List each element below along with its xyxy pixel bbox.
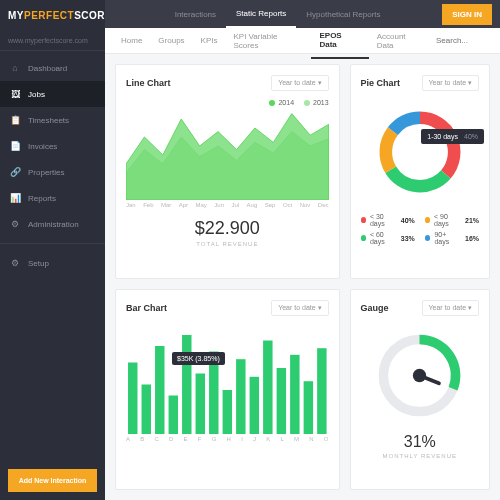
signin-button[interactable]: SIGN IN <box>442 4 492 25</box>
svg-rect-2 <box>155 346 164 434</box>
subnav: Home Groups KPIs KPI Variable Scores EPO… <box>105 28 500 54</box>
subtab-home[interactable]: Home <box>113 28 150 53</box>
svg-rect-5 <box>196 373 205 434</box>
separator <box>0 243 105 244</box>
subtab-groups[interactable]: Groups <box>150 28 192 53</box>
line-legend: 2014 2013 <box>126 99 329 106</box>
gauge-card: Gauge Year to date ▾ 31% MONTHLY REVENUE <box>350 289 490 491</box>
svg-rect-8 <box>236 359 245 434</box>
pie-chart-card: Pie Chart Year to date ▾ 1-30 days40% < … <box>350 64 490 279</box>
url-display: www.myperfectscore.com <box>0 31 105 51</box>
gauge-range-dropdown[interactable]: Year to date ▾ <box>422 300 479 316</box>
bar-chart: $35K (3.85%) <box>126 324 329 434</box>
line-x-axis: JanFebMarAprMayJunJulAugSepOctNovDec <box>126 202 329 208</box>
document-icon: 📄 <box>10 141 20 151</box>
pie-range-dropdown[interactable]: Year to date ▾ <box>422 75 479 91</box>
svg-rect-3 <box>169 395 178 434</box>
card-title: Gauge <box>361 303 389 313</box>
svg-rect-1 <box>142 384 151 434</box>
svg-rect-7 <box>223 390 232 434</box>
revenue-display: $22.900 TOTAL REVENUE <box>126 218 329 247</box>
content-grid: Line Chart Year to date ▾ 2014 2013 JanF… <box>105 54 500 500</box>
bar-x-axis: ABCDEFGHIJKLMNO <box>126 436 329 442</box>
subtab-kpi-scores[interactable]: KPI Variable Scores <box>225 24 311 58</box>
sidebar-item-invoices[interactable]: 📄Invoices <box>0 133 105 159</box>
svg-rect-13 <box>304 381 313 434</box>
line-range-dropdown[interactable]: Year to date ▾ <box>271 75 328 91</box>
pie-legend: < 30 days40%< 90 days21%< 60 days33%90+ … <box>361 213 479 245</box>
line-chart-card: Line Chart Year to date ▾ 2014 2013 JanF… <box>115 64 340 279</box>
gauge-value: 31% MONTHLY REVENUE <box>361 433 479 459</box>
home-icon: ⌂ <box>10 63 20 73</box>
sidebar-item-setup[interactable]: ⚙Setup <box>0 250 105 276</box>
sidebar-item-dashboard[interactable]: ⌂Dashboard <box>0 55 105 81</box>
chart-icon: 📊 <box>10 193 20 203</box>
svg-rect-12 <box>290 354 299 433</box>
sidebar: MYPERFECTSCORE www.myperfectscore.com ⌂D… <box>0 0 105 500</box>
sidebar-item-reports[interactable]: 📊Reports <box>0 185 105 211</box>
sidebar-item-timesheets[interactable]: 📋Timesheets <box>0 107 105 133</box>
gear-icon: ⚙ <box>10 258 20 268</box>
logo: MYPERFECTSCORE <box>0 0 105 31</box>
sidebar-item-administration[interactable]: ⚙Administration <box>0 211 105 237</box>
svg-rect-9 <box>250 376 259 433</box>
pie-tooltip: 1-30 days40% <box>421 129 484 144</box>
sliders-icon: ⚙ <box>10 219 20 229</box>
dot-icon <box>269 100 275 106</box>
clipboard-icon: 📋 <box>10 115 20 125</box>
card-title: Line Chart <box>126 78 171 88</box>
main-area: Interactions Static Reports Hypothetical… <box>105 0 500 500</box>
card-title: Pie Chart <box>361 78 401 88</box>
tab-interactions[interactable]: Interactions <box>165 2 226 27</box>
subtab-kpis[interactable]: KPIs <box>193 28 226 53</box>
svg-rect-11 <box>277 368 286 434</box>
add-interaction-button[interactable]: Add New Interaction <box>8 469 97 492</box>
sidebar-nav: ⌂Dashboard 🖼Jobs 📋Timesheets 📄Invoices 🔗… <box>0 51 105 461</box>
card-title: Bar Chart <box>126 303 167 313</box>
link-icon: 🔗 <box>10 167 20 177</box>
gauge-chart <box>361 324 479 427</box>
image-icon: 🖼 <box>10 89 20 99</box>
sidebar-item-jobs[interactable]: 🖼Jobs <box>0 81 105 107</box>
line-chart <box>126 110 329 200</box>
svg-rect-14 <box>317 348 326 434</box>
svg-rect-10 <box>263 340 272 434</box>
svg-rect-4 <box>182 335 191 434</box>
svg-rect-0 <box>128 362 137 434</box>
sidebar-item-properties[interactable]: 🔗Properties <box>0 159 105 185</box>
subtab-account-data[interactable]: Account Data <box>369 24 432 58</box>
bar-range-dropdown[interactable]: Year to date ▾ <box>271 300 328 316</box>
pie-chart: 1-30 days40% <box>361 99 479 205</box>
bar-chart-card: Bar Chart Year to date ▾ $35K (3.85%) AB… <box>115 289 340 491</box>
dot-icon <box>304 100 310 106</box>
bar-tooltip: $35K (3.85%) <box>172 352 225 365</box>
search-input[interactable] <box>432 32 492 49</box>
